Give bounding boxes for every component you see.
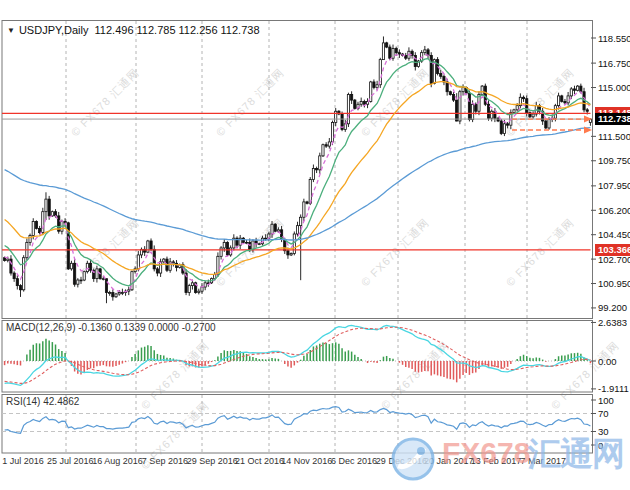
current-price-tag: 112.738 — [595, 113, 630, 125]
price-axis-label: 109.750 — [598, 155, 630, 166]
date-axis-label: 29 Sep 2016 — [187, 456, 238, 466]
rsi-indicator-label: RSI(14) 42.4862 — [6, 396, 79, 407]
date-axis-label: 21 Oct 2016 — [235, 456, 284, 466]
chart-title: ▼USDJPY,Daily 112.496 112.785 112.256 11… — [7, 24, 260, 36]
rsi-axis-label: 30 — [598, 426, 609, 437]
rsi-axis-label: 0 — [598, 440, 603, 451]
date-axis-label: 29 Dec 2016 — [376, 456, 427, 466]
date-axis-label: 1 Jul 2016 — [2, 456, 44, 466]
date-axis-label: 7 Mar 2017 — [521, 456, 567, 466]
trading-chart-window: © FX678 汇通网© FX678 汇通网© FX678 汇通网© FX678… — [0, 0, 630, 490]
price-chart-canvas[interactable] — [0, 0, 630, 476]
price-axis-label: 111.500 — [598, 131, 630, 142]
price-axis-label: 116.750 — [598, 58, 630, 69]
price-axis-label: 107.950 — [598, 180, 630, 191]
price-axis-label: 106.200 — [598, 205, 630, 216]
ohlc-values: 112.496 112.785 112.256 112.738 — [95, 24, 260, 36]
price-axis-label: 100.950 — [598, 278, 630, 289]
price-axis-label: 104.450 — [598, 229, 630, 240]
price-axis-label: 115.000 — [598, 82, 630, 93]
date-axis-label: 7 Sep 2016 — [142, 456, 188, 466]
date-axis-label: 20 Jan 2017 — [424, 456, 474, 466]
symbol-period-label: USDJPY,Daily — [19, 24, 89, 36]
macd-indicator-label: MACD(12,26,9) -0.1360 0.1339 0.0000 -0.2… — [6, 322, 216, 333]
date-axis-label: 25 Jul 2016 — [47, 456, 94, 466]
date-axis-label: 14 Nov 2016 — [281, 456, 332, 466]
rsi-axis-label: 100 — [598, 395, 614, 406]
symbol-dropdown-icon[interactable]: ▼ — [7, 26, 15, 35]
macd-axis-label: -1.9111 — [598, 383, 629, 394]
date-axis-label: 13 Feb 2017 — [471, 456, 522, 466]
date-axis-label: 16 Aug 2016 — [92, 456, 143, 466]
price-level-tag: 103.366 — [595, 244, 630, 256]
macd-axis-label: 0.00 — [598, 356, 617, 367]
price-axis-label: 118.550 — [598, 33, 630, 44]
date-axis-label: 6 Dec 2016 — [331, 456, 377, 466]
macd-axis-label: 2.6383 — [598, 317, 627, 328]
rsi-axis-label: 70 — [598, 408, 609, 419]
price-axis-label: 99.200 — [598, 302, 627, 313]
